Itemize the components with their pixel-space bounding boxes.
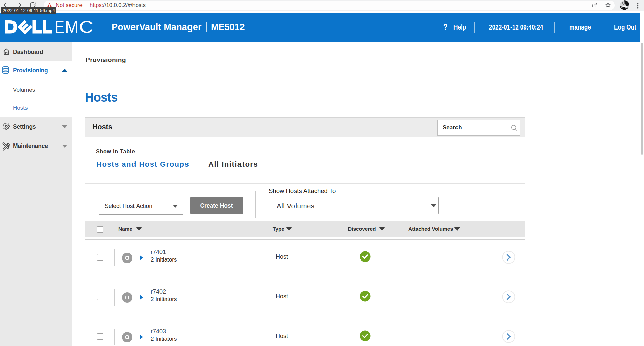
svg-text:E: E bbox=[55, 20, 64, 36]
svg-text:C: C bbox=[79, 20, 93, 36]
svg-text:M: M bbox=[65, 20, 78, 36]
